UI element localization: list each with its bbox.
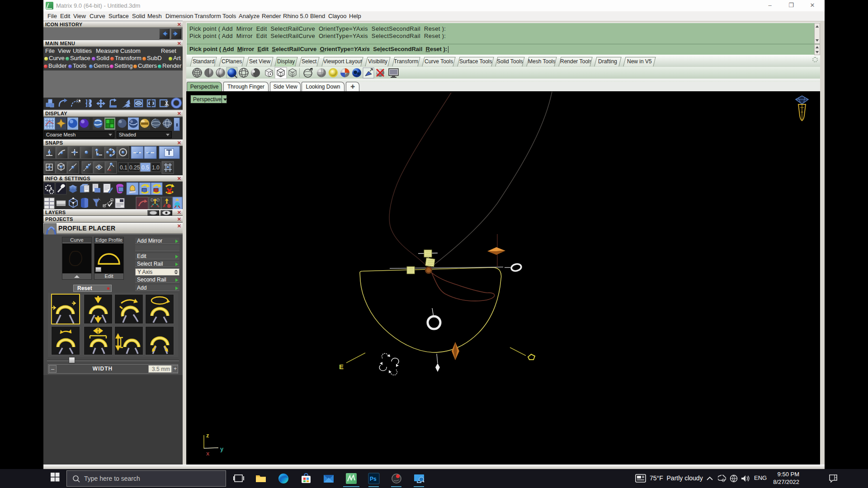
svg-text:0.25: 0.25 — [129, 164, 140, 171]
svg-text:z: z — [206, 432, 209, 439]
svg-text:0.5: 0.5 — [142, 164, 149, 171]
svg-text:E: E — [339, 363, 344, 371]
svg-text:1.0: 1.0 — [152, 164, 160, 171]
svg-text:x: x — [206, 450, 210, 457]
svg-text:Ps: Ps — [370, 476, 377, 482]
svg-text:y: y — [220, 446, 224, 452]
svg-text:0.1: 0.1 — [120, 164, 127, 171]
